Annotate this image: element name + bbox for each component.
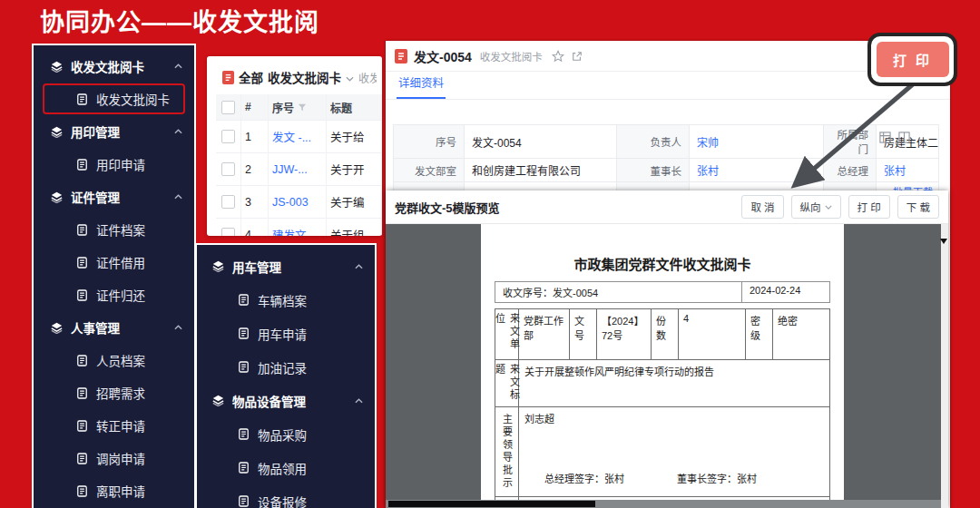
table-row[interactable]: 3JS-003关于编 [216,186,382,219]
table-row[interactable]: 1发文 -...关于给 [216,121,382,153]
sidebar-item-3[interactable]: 加油记录 [197,350,375,384]
template-preview-modal: 党群收文-5模版预览 取 消纵向打 印下 载 市政集团党群文件收文批阅卡 收文序… [386,190,948,508]
horizontal-scrollbar[interactable] [386,500,941,508]
layers-icon [211,260,224,272]
owner-link[interactable]: 宋帅 [690,125,824,159]
row-checkbox[interactable] [221,130,235,143]
sidebar-group-8[interactable]: 人事管理 [34,311,194,344]
chairman-link[interactable]: 张村 [690,159,824,182]
tab-details[interactable]: 详细资料 [397,73,446,99]
table-view-icon[interactable] [879,131,891,147]
paper-row-label: 来文标题 [495,360,519,406]
row-title: 关于给 [327,121,382,152]
paper-serial: 收文序号：发文-0054 [495,282,742,302]
col-serial[interactable]: 序号 [269,94,327,120]
sidebar-label: 收发文批阅卡 [71,57,144,75]
sidebar-label: 用车申请 [258,325,307,343]
sidebar-item-5[interactable]: 证件档案 [34,213,194,246]
paper-title: 市政集团党群文件收文批阅卡 [481,254,844,273]
page-title: 协同办公——收发文批阅 [40,3,319,38]
sidebar-item-10[interactable]: 招聘需求 [34,376,194,409]
tool-icon [237,495,250,507]
field-label: 所属部门 [824,125,877,159]
chevron-down-icon [825,205,832,210]
chevron-up-icon[interactable] [174,64,182,69]
sidebar-item-3[interactable]: 用印申请 [34,148,194,181]
list-title-truncated: 收发文 [358,70,377,85]
sidebar-label: 调岗申请 [96,449,145,467]
print-button[interactable]: 打 印 [877,42,949,77]
paper-row-label: 来文单位 [495,309,519,359]
row-serial-link[interactable]: 发文 -... [269,121,327,152]
review-card-list-panel: 全部 收发文批阅卡 收发文 # 序号 标题 1发文 -...关于给2JJW-..… [207,56,382,236]
sidebar-label: 物品领用 [258,459,307,477]
review-card-table: # 序号 标题 1发文 -...关于给2JJW-...关于开3JS-003关于编… [216,94,382,236]
row-checkbox[interactable] [221,228,235,236]
select-all-checkbox[interactable] [221,101,235,114]
modal-print-button[interactable]: 打 印 [848,195,890,219]
doc-type: 收发文批阅卡 [480,49,543,64]
sidebar-label: 加油记录 [258,358,307,376]
chevron-up-icon[interactable] [174,325,182,330]
chevron-up-icon[interactable] [355,398,363,404]
chevron-up-icon[interactable] [174,129,182,134]
sidebar-item-7[interactable]: 证件归还 [34,278,194,311]
sidebar-item-12[interactable]: 调岗申请 [34,442,194,474]
modal-download-button[interactable]: 下 载 [897,195,939,219]
sidebar-group-0[interactable]: 用车管理 [197,249,375,283]
sidebar-label: 证件档案 [96,220,145,239]
sidebar-group-4[interactable]: 物品设备管理 [197,384,375,417]
sidebar-label: 物品采购 [258,425,307,444]
sidebar-item-13[interactable]: 离职申请 [34,474,194,507]
row-title: 关于开 [327,153,382,185]
layers-icon [211,395,224,406]
sidebar-item-1[interactable]: 收发文批阅卡 [43,83,185,114]
sidebar-item-5[interactable]: 物品采购 [197,417,375,451]
row-checkbox[interactable] [221,195,235,209]
sidebar-item-11[interactable]: 转正申请 [34,409,194,442]
field-label: 发文部室 [394,159,465,182]
list-scope[interactable]: 全部 [239,68,263,86]
row-serial-link[interactable]: JS-003 [269,186,327,218]
cancel-button[interactable]: 取 消 [741,195,783,219]
sidebar-item-1[interactable]: 车辆档案 [197,283,375,317]
vertical-scrollbar[interactable] [941,224,948,508]
sidebar-item-2[interactable]: 用车申请 [197,317,375,350]
modal-title: 党群收文-5模版预览 [395,199,500,216]
table-row[interactable]: 2JJW-...关于开 [216,153,382,186]
sidebar-item-6[interactable]: 物品领用 [197,451,375,484]
sidebar-label: 离职申请 [96,482,145,500]
col-title[interactable]: 标题 [327,94,382,120]
gm-link[interactable]: 张村 [877,159,939,182]
scroll-down-arrow[interactable] [940,239,947,244]
chevron-up-icon[interactable] [355,264,363,269]
row-num: 1 [241,121,269,152]
sidebar-group-4[interactable]: 证件管理 [34,181,194,213]
sidebar-item-7[interactable]: 设备报修 [197,484,375,508]
orientation-select[interactable]: 纵向 [791,195,841,219]
layers-icon [50,61,63,73]
row-checkbox[interactable] [221,162,235,176]
scrollbar-thumb[interactable] [388,501,595,507]
field-value: 发文-0054 [465,125,617,159]
list-title[interactable]: 收发文批阅卡 [268,68,341,86]
paper-table: 来文单位 党群工作部 文号 【2024】72号 份数 4 密级 绝密 来文标题 … [495,308,830,508]
open-in-new-icon[interactable] [572,51,583,62]
field-label: 董事长 [617,159,690,182]
row-num: 4 [241,219,269,236]
sidebar-item-9[interactable]: 人员档案 [34,344,194,376]
row-serial-link[interactable]: JJW-... [269,153,327,185]
sidebar-label: 证件归还 [96,286,145,304]
sidebar-group-0[interactable]: 收发文批阅卡 [34,50,194,83]
sidebar-label: 转正申请 [96,416,145,435]
calendar-icon [237,462,250,474]
board-view-icon[interactable] [898,131,910,147]
filter-icon[interactable] [298,103,307,112]
sidebar-item-6[interactable]: 证件借用 [34,246,194,278]
star-icon[interactable] [552,50,564,63]
chevron-up-icon[interactable] [174,194,182,200]
chevron-down-icon[interactable] [346,69,354,85]
row-serial-link[interactable]: 建发文... [269,219,327,236]
sidebar-group-2[interactable]: 用印管理 [34,115,194,148]
table-row[interactable]: 4建发文...关于组 [216,219,382,236]
